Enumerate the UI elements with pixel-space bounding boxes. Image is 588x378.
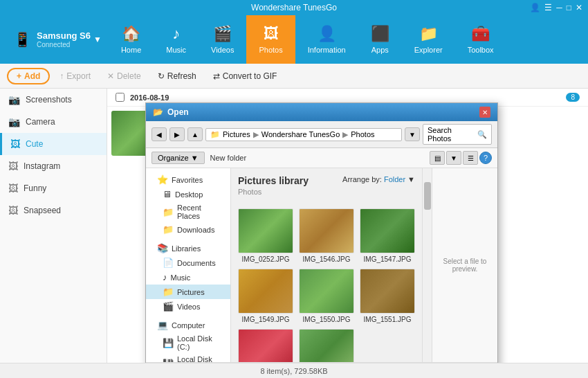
file-item-1553[interactable]: [299, 329, 354, 362]
organize-button[interactable]: Organize ▼: [151, 152, 205, 164]
up-button[interactable]: ▲: [187, 127, 203, 141]
path-part-1: Pictures: [223, 130, 250, 138]
nav-item-music[interactable]: ♪ Music: [154, 15, 199, 64]
nav-item-home[interactable]: 🏠 Home: [109, 15, 154, 64]
nav-home-label: Home: [121, 46, 141, 54]
sidebar-instagram-label: Instagram: [24, 161, 60, 171]
main-area: 📷 Screenshots 📷 Camera 🖼 Cute 🖼 Instagra…: [0, 89, 588, 363]
sidebar-item-snapseed[interactable]: 🖼 Snapseed: [0, 199, 107, 222]
maximize-btn[interactable]: □: [567, 3, 571, 12]
sidebar-snapseed-label: Snapseed: [24, 206, 61, 215]
device-dropdown-icon[interactable]: ▼: [93, 35, 102, 44]
tree-item-pictures[interactable]: 📁 Pictures: [146, 285, 230, 299]
file-item-1547[interactable]: IMG_1547.JPG: [360, 208, 415, 263]
device-info: 📱 Samsung S6 Connected ▼: [7, 30, 109, 48]
computer-icon: 💻: [157, 320, 168, 330]
tree-item-local-c[interactable]: 💾 Local Disk (C:): [146, 332, 230, 353]
user-icon[interactable]: 👤: [530, 3, 540, 12]
add-button[interactable]: + Add: [7, 68, 50, 84]
file-item-1551[interactable]: IMG_1551.JPG: [360, 269, 415, 323]
view-btn-3[interactable]: ☰: [463, 151, 478, 165]
refresh-button[interactable]: ↻ Refresh: [151, 69, 203, 84]
new-folder-button[interactable]: New folder: [210, 154, 247, 162]
dialog-right-panel: Pictures library Photos Arrange by: Fold…: [231, 168, 497, 362]
videos-tree-label: Videos: [177, 303, 200, 311]
arrange-value[interactable]: Folder: [384, 175, 405, 183]
favorites-icon: ⭐: [157, 174, 168, 185]
tree-item-documents[interactable]: 📄 Documents: [146, 255, 230, 270]
file-item-1549[interactable]: IMG_1549.JPG: [238, 269, 293, 323]
preview-text: Select a file to preview.: [439, 258, 490, 273]
recent-icon: 📁: [163, 207, 174, 217]
search-icon: 🔍: [477, 130, 487, 139]
information-icon: 👤: [318, 25, 336, 43]
convert-gif-button[interactable]: ⇄ Convert to GIF: [206, 69, 284, 84]
scrollbar-thumb[interactable]: [424, 182, 431, 210]
file-name-1549: IMG_1549.JPG: [242, 316, 290, 323]
sidebar-cute-label: Cute: [26, 139, 43, 149]
sidebar-item-camera[interactable]: 📷 Camera: [0, 111, 107, 133]
dialog-search-box[interactable]: Search Photos 🔍: [423, 124, 492, 145]
tree-item-libraries[interactable]: 📚 Libraries: [146, 241, 230, 255]
file-item-1552[interactable]: [238, 329, 293, 362]
nav-item-explorer[interactable]: 📁 Explorer: [402, 15, 455, 64]
nav-item-photos[interactable]: 🖼 Photos: [246, 15, 295, 64]
tree-item-computer[interactable]: 💻 Computer: [146, 318, 230, 332]
delete-button[interactable]: ✕ Delete: [100, 69, 148, 84]
device-name: Samsung S6: [37, 30, 91, 41]
music-tree-icon: ♪: [163, 272, 167, 282]
file-thumb-0252: [238, 208, 293, 253]
screenshots-icon: 📷: [8, 94, 20, 105]
forward-button[interactable]: ▶: [169, 127, 185, 141]
tree-item-videos[interactable]: 🎬 Videos: [146, 299, 230, 314]
sidebar-item-cute[interactable]: 🖼 Cute: [0, 133, 107, 155]
tree-item-recent[interactable]: 📁 Recent Places: [146, 201, 230, 222]
file-item-1546[interactable]: IMG_1546.JPG: [299, 208, 354, 263]
close-btn[interactable]: ✕: [576, 3, 582, 12]
preview-panel: Select a file to preview.: [432, 168, 497, 362]
nav-item-information[interactable]: 👤 Information: [295, 15, 358, 64]
view-btn-2[interactable]: ▼: [446, 151, 461, 165]
recent-label: Recent Places: [177, 204, 223, 220]
sidebar-item-screenshots[interactable]: 📷 Screenshots: [0, 89, 107, 111]
tree-item-local-d[interactable]: 💾 Local Disk (D:): [146, 353, 230, 362]
file-name-1551: IMG_1551.JPG: [364, 316, 412, 323]
file-item-0252[interactable]: IMG_0252.JPG: [238, 208, 293, 263]
dialog-scrollbar[interactable]: [422, 168, 432, 362]
refresh-label: Refresh: [167, 71, 196, 81]
help-button[interactable]: ?: [479, 152, 492, 164]
minimize-btn[interactable]: ─: [556, 3, 562, 12]
view-btn-1[interactable]: ▤: [430, 151, 445, 165]
export-button[interactable]: ↑ Export: [53, 69, 98, 84]
organize-label: Organize: [158, 154, 189, 162]
add-icon: +: [17, 71, 21, 81]
toolbar: + Add ↑ Export ✕ Delete ↻ Refresh ⇄ Conv…: [0, 64, 588, 89]
tree-item-music[interactable]: ♪ Music: [146, 270, 230, 285]
back-button[interactable]: ◀: [151, 127, 167, 141]
file-item-1550[interactable]: IMG_1550.JPG: [299, 269, 354, 323]
music-tree-label: Music: [171, 273, 191, 282]
tree-item-favorites[interactable]: ⭐ Favorites: [146, 172, 230, 187]
file-name-1550: IMG_1550.JPG: [303, 316, 351, 323]
dialog-title-bar: 📂 Open ✕: [146, 103, 497, 121]
refresh-icon: ↻: [158, 71, 165, 81]
nav-item-videos[interactable]: 🎬 Videos: [199, 15, 246, 64]
dialog-close-button[interactable]: ✕: [479, 107, 490, 118]
menu-icon[interactable]: ☰: [544, 3, 552, 12]
path-dropdown-button[interactable]: ▼: [405, 127, 420, 141]
nav-item-toolbox[interactable]: 🧰 Toolbox: [455, 15, 506, 64]
libraries-label: Libraries: [172, 244, 201, 253]
music-icon: ♪: [172, 25, 180, 43]
videos-tree-icon: 🎬: [163, 301, 174, 312]
status-bar: 8 item(s), 729.58KB: [0, 363, 588, 378]
sidebar-item-funny[interactable]: 🖼 Funny: [0, 177, 107, 199]
disk-c-icon: 💾: [163, 338, 174, 348]
tree-item-downloads[interactable]: 📁 Downloads: [146, 222, 230, 237]
tree-item-desktop[interactable]: 🖥 Desktop: [146, 187, 230, 201]
sidebar-item-instagram[interactable]: 🖼 Instagram: [0, 155, 107, 177]
nav-item-apps[interactable]: ⬛ Apps: [358, 15, 402, 64]
dialog-overlay: 📂 Open ✕ ◀ ▶ ▲ 📁 Pictures ▶ Wondershare …: [107, 89, 588, 363]
export-icon: ↑: [59, 71, 64, 81]
phone-icon: 📱: [14, 31, 31, 48]
nav-bar: 📱 Samsung S6 Connected ▼ 🏠 Home ♪ Music …: [0, 15, 588, 64]
